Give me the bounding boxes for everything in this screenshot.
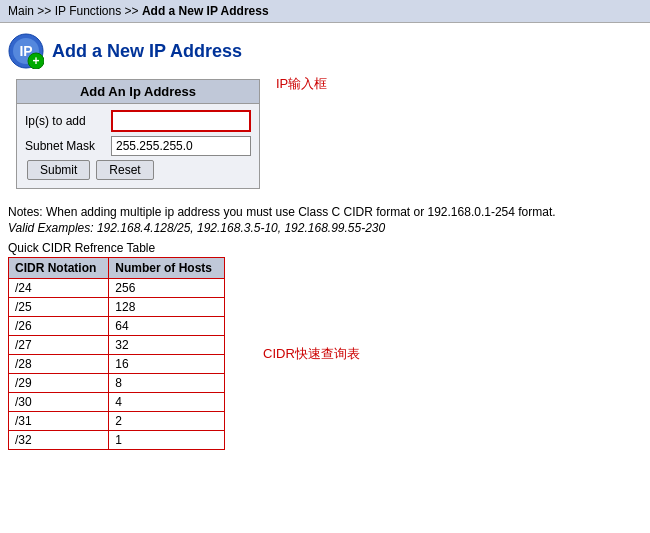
ip-row: Ip(s) to add — [25, 110, 251, 132]
cidr-notation-cell: /29 — [9, 374, 109, 393]
cidr-table-section: Quick CIDR Refrence Table CIDR Notation … — [8, 241, 642, 450]
breadcrumb: Main >> IP Functions >> Add a New IP Add… — [0, 0, 650, 23]
cidr-notation-cell: /27 — [9, 336, 109, 355]
subnet-label: Subnet Mask — [25, 139, 105, 153]
cidr-table-title: Quick CIDR Refrence Table — [8, 241, 642, 255]
col-cidr-notation: CIDR Notation — [9, 258, 109, 279]
form-section-title: Add An Ip Address — [17, 80, 259, 104]
hosts-cell: 64 — [109, 317, 225, 336]
table-row: /321 — [9, 431, 225, 450]
table-row: /2732 — [9, 336, 225, 355]
breadcrumb-main[interactable]: Main — [8, 4, 34, 18]
reset-button[interactable]: Reset — [96, 160, 153, 180]
hosts-cell: 1 — [109, 431, 225, 450]
cidr-table: CIDR Notation Number of Hosts /24256/251… — [8, 257, 225, 450]
table-row: /312 — [9, 412, 225, 431]
cidr-notation-cell: /31 — [9, 412, 109, 431]
page-title: Add a New IP Address — [52, 41, 242, 62]
submit-button[interactable]: Submit — [27, 160, 90, 180]
page-header: IP + Add a New IP Address — [0, 23, 650, 75]
button-row: Submit Reset — [25, 160, 251, 180]
breadcrumb-sep2: >> — [125, 4, 142, 18]
page-icon: IP + — [8, 33, 44, 69]
cidr-notation-cell: /32 — [9, 431, 109, 450]
ip-input[interactable] — [111, 110, 251, 132]
breadcrumb-current: Add a New IP Address — [142, 4, 269, 18]
hosts-cell: 16 — [109, 355, 225, 374]
hosts-cell: 2 — [109, 412, 225, 431]
table-row: /298 — [9, 374, 225, 393]
col-num-hosts: Number of Hosts — [109, 258, 225, 279]
subnet-input[interactable] — [111, 136, 251, 156]
ip-annotation: IP输入框 — [276, 75, 327, 93]
table-row: /304 — [9, 393, 225, 412]
subnet-row: Subnet Mask — [25, 136, 251, 156]
cidr-notation-cell: /30 — [9, 393, 109, 412]
breadcrumb-sep1: >> — [37, 4, 54, 18]
ip-label: Ip(s) to add — [25, 114, 105, 128]
cidr-notation-cell: /24 — [9, 279, 109, 298]
notes-line2: Valid Examples: 192.168.4.128/25, 192.16… — [8, 221, 608, 235]
table-row: /24256 — [9, 279, 225, 298]
hosts-cell: 32 — [109, 336, 225, 355]
add-ip-form: Add An Ip Address Ip(s) to add Subnet Ma… — [16, 79, 260, 189]
svg-text:+: + — [32, 54, 39, 68]
notes-line1: Notes: When adding multiple ip address y… — [8, 205, 608, 219]
table-row: /2664 — [9, 317, 225, 336]
hosts-cell: 4 — [109, 393, 225, 412]
hosts-cell: 8 — [109, 374, 225, 393]
cidr-notation-cell: /26 — [9, 317, 109, 336]
hosts-cell: 128 — [109, 298, 225, 317]
table-row: /2816 — [9, 355, 225, 374]
hosts-cell: 256 — [109, 279, 225, 298]
cidr-notation-cell: /25 — [9, 298, 109, 317]
breadcrumb-ip-functions[interactable]: IP Functions — [55, 4, 121, 18]
notes-section: Notes: When adding multiple ip address y… — [8, 205, 608, 235]
cidr-annotation: CIDR快速查询表 — [263, 345, 360, 363]
cidr-notation-cell: /28 — [9, 355, 109, 374]
table-row: /25128 — [9, 298, 225, 317]
